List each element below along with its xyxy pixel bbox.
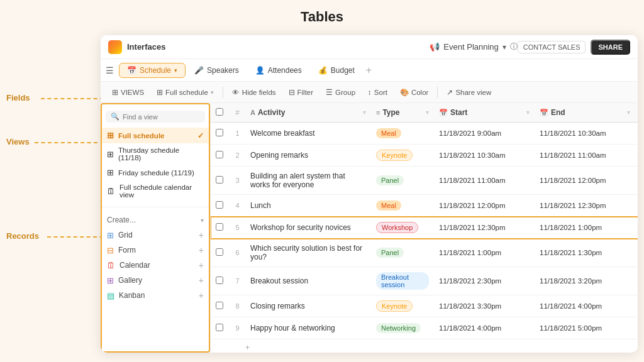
row-checkbox-5[interactable] [216,248,223,256]
tab-attendees[interactable]: 👤 Attendees [248,63,309,77]
add-row-button[interactable]: + [211,339,638,353]
row-checkbox-8[interactable] [216,324,223,331]
row-check-5[interactable] [211,248,230,258]
toolbar-share-view[interactable]: ↗ Share view [441,86,496,99]
label-records: Records [6,231,39,241]
row-check-7[interactable] [211,302,230,311]
row-checkbox-4[interactable] [216,223,223,231]
row-num-6: 7 [230,272,245,290]
toolbar-sep-1 [223,87,223,98]
table-row[interactable]: 7 Breakout session Breakout session 11/1… [211,267,638,295]
row-end-0: 11/18/2021 10:30am [535,124,635,142]
add-tab-button[interactable]: + [366,65,372,76]
row-check-1[interactable] [211,151,230,160]
create-item-plus-kanban[interactable]: + [199,290,204,300]
create-item-label-grid: Grid [118,231,133,239]
row-start-5: 11/18/2021 1:00pm [434,244,535,261]
table-row[interactable]: 8 Closing remarks Keynote 11/18/2021 3:3… [211,295,638,317]
share-button[interactable]: SHARE [591,40,630,55]
table-row[interactable]: 4 Lunch Meal 11/18/2021 12:00pm 11/18/20… [211,195,638,217]
table-row[interactable]: 9 Happy hour & networking Networking 11/… [211,317,638,339]
table-row[interactable]: 6 Which security solution is best for yo… [211,239,638,267]
create-item-calendar[interactable]: 🗓 Calendar + [101,258,210,273]
view-label-full-calendar: Full schedule calendar view [119,184,204,199]
toolbar-sort[interactable]: ↕ Sort [363,87,392,98]
view-icon-full-schedule: ⊞ [107,131,114,140]
create-item-kanban[interactable]: ▤ Kanban + [101,288,210,303]
toolbar-full-schedule[interactable]: ⊞ Full schedule ▾ [152,86,219,99]
create-item-label-form: Form [118,246,136,255]
toolbar-group[interactable]: ☰ Group [321,86,360,99]
row-check-6[interactable] [211,277,230,286]
row-start-2: 11/18/2021 11:00am [434,172,535,189]
sidebar-item-full-calendar[interactable]: 🗓 Full schedule calendar view [101,180,210,202]
row-coordinator-3: Bailey Mirza [635,195,638,216]
main-container: Interfaces 📢 Event Planning ▾ ⓘ CONTACT … [101,35,638,353]
table-row[interactable]: 2 Opening remarks Keynote 11/18/2021 10:… [211,145,638,167]
row-check-8[interactable] [211,324,230,333]
th-start[interactable]: 📅 Start ▾ [434,103,535,122]
row-check-2[interactable] [211,176,230,185]
tab-speakers[interactable]: 🎤 Speakers [187,63,247,77]
row-checkbox-1[interactable] [216,151,223,158]
row-type-2: Panel [371,170,434,190]
th-coordinator[interactable]: 👤 Coordinator ↕ [635,103,638,122]
hamburger-icon[interactable]: ☰ [106,65,114,75]
th-type[interactable]: ≡ Type ▾ [371,103,434,122]
row-check-3[interactable] [211,201,230,211]
row-checkbox-7[interactable] [216,302,223,309]
row-check-4[interactable] [211,223,230,233]
row-end-8: 11/18/2021 5:00pm [535,319,635,337]
row-check-0[interactable] [211,129,230,138]
row-checkbox-6[interactable] [216,277,223,284]
table-header: # A Activity ▾ ≡ Type ▾ [211,103,638,123]
sidebar-item-friday-schedule[interactable]: ⊞ Friday schedule (11/19) [101,165,210,180]
row-activity-7: Closing remarks [245,297,371,315]
row-checkbox-0[interactable] [216,129,223,136]
dropdown-icon[interactable]: ▾ [502,43,506,52]
toolbar-color[interactable]: 🎨 Color [395,86,433,99]
table-row[interactable]: 1 Welcome breakfast Meal 11/18/2021 9:00… [211,123,638,145]
row-coordinator-1: Casey Park [635,145,638,166]
row-checkbox-2[interactable] [216,176,223,184]
create-chevron-icon: ▾ [201,217,204,224]
th-end[interactable]: 📅 End ▾ [535,103,635,122]
row-activity-2: Building an alert system that works for … [245,167,371,194]
create-item-plus-form[interactable]: + [199,245,204,255]
row-badge-5: Panel [376,248,404,258]
view-icon-friday-schedule: ⊞ [107,168,114,177]
table-row[interactable]: 5 Workshop for security novices Workshop… [211,217,638,239]
row-badge-0: Meal [376,128,401,138]
create-item-plus-grid[interactable]: + [199,230,204,240]
th-check[interactable] [211,108,230,118]
contact-sales-button[interactable]: CONTACT SALES [518,41,586,53]
select-all-checkbox[interactable] [216,108,223,116]
toolbar-hide-fields[interactable]: 👁 Hide fields [227,87,281,98]
tab-budget[interactable]: 💰 Budget [311,63,362,77]
create-item-plus-gallery[interactable]: + [199,275,204,285]
row-badge-2: Panel [376,175,404,185]
create-row[interactable]: Create... ▾ [101,212,210,228]
app-name: Interfaces [127,42,430,52]
create-item-plus-calendar[interactable]: + [199,260,204,270]
sidebar-item-full-schedule[interactable]: ⊞ Full schedule ✓ [101,128,210,143]
schedule-tab-label: Schedule [140,66,171,75]
row-checkbox-3[interactable] [216,201,223,209]
th-type-icon: ≡ [376,109,380,116]
th-activity-label: Activity [258,108,285,117]
row-badge-8: Networking [376,323,421,333]
create-item-grid[interactable]: ⊞ Grid + [101,228,210,243]
view-icon-full-calendar: 🗓 [107,187,115,196]
toolbar-views[interactable]: ⊞ VIEWS [107,86,149,99]
th-activity[interactable]: A Activity ▾ [245,103,371,122]
sidebar-item-thursday-schedule[interactable]: ⊞ Thursday schedule (11/18) [101,143,210,165]
row-start-4: 11/18/2021 12:30pm [434,219,535,236]
tab-schedule[interactable]: 📅 Schedule ▾ [119,63,186,78]
row-badge-3: Meal [376,200,401,211]
create-item-gallery[interactable]: ⊞ Gallery + [101,273,210,288]
create-item-form[interactable]: ⊟ Form + [101,243,210,258]
table-row[interactable]: 3 Building an alert system that works fo… [211,167,638,195]
row-badge-1: Keynote [376,150,413,161]
toolbar-filter[interactable]: ⊟ Filter [284,86,319,99]
sidebar-search-input[interactable] [123,113,209,121]
